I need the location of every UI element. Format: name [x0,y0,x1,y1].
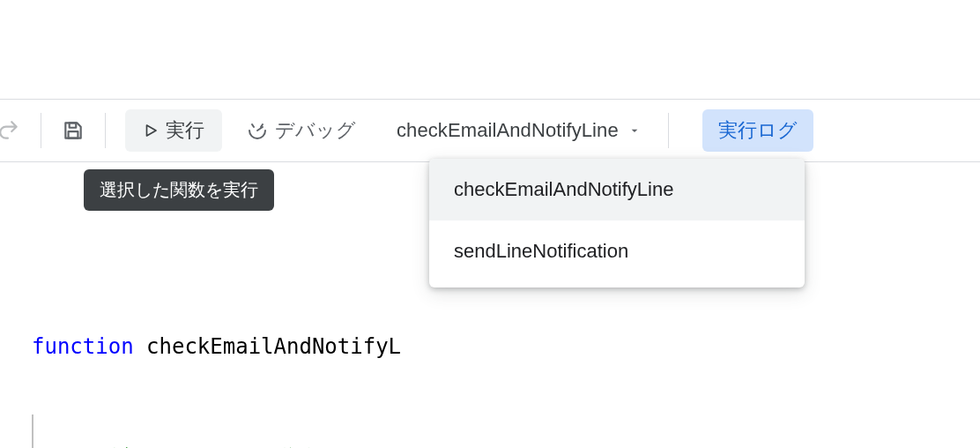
dropdown-item[interactable]: checkEmailAndNotifyLine [429,159,805,220]
dropdown-item-label: checkEmailAndNotifyLine [454,178,673,200]
save-button[interactable] [56,113,91,148]
debug-label: デバッグ [275,117,356,144]
play-icon [143,123,159,138]
debug-icon [247,120,268,141]
dropdown-item[interactable]: sendLineNotification [429,220,805,282]
tooltip-text: 選択した関数を実行 [100,180,258,199]
debug-button[interactable]: デバッグ [231,109,372,152]
toolbar: 実行 デバッグ checkEmailAndNotifyLine 実行ログ [0,99,980,162]
execution-log-label: 実行ログ [718,117,798,144]
function-dropdown: checkEmailAndNotifyLine sendLineNotifica… [429,159,805,287]
function-select-label: checkEmailAndNotifyLine [397,119,619,142]
chevron-down-icon [627,123,642,138]
execution-log-button[interactable]: 実行ログ [702,109,813,152]
tooltip: 選択した関数を実行 [84,169,274,211]
function-select[interactable]: checkEmailAndNotifyLine [384,109,654,152]
indent-guide [32,414,33,448]
toolbar-divider [668,113,669,148]
redo-button[interactable] [0,113,26,148]
toolbar-divider [41,113,41,148]
code-line: // 監視するメールの送信元アドレ [32,439,980,448]
run-button[interactable]: 実行 [125,109,222,152]
code-line: function checkEmailAndNotifyL [32,328,980,365]
run-label: 実行 [166,117,204,144]
dropdown-item-label: sendLineNotification [454,240,628,262]
svg-rect-1 [69,131,78,138]
svg-rect-0 [70,123,77,127]
toolbar-divider [105,113,106,148]
